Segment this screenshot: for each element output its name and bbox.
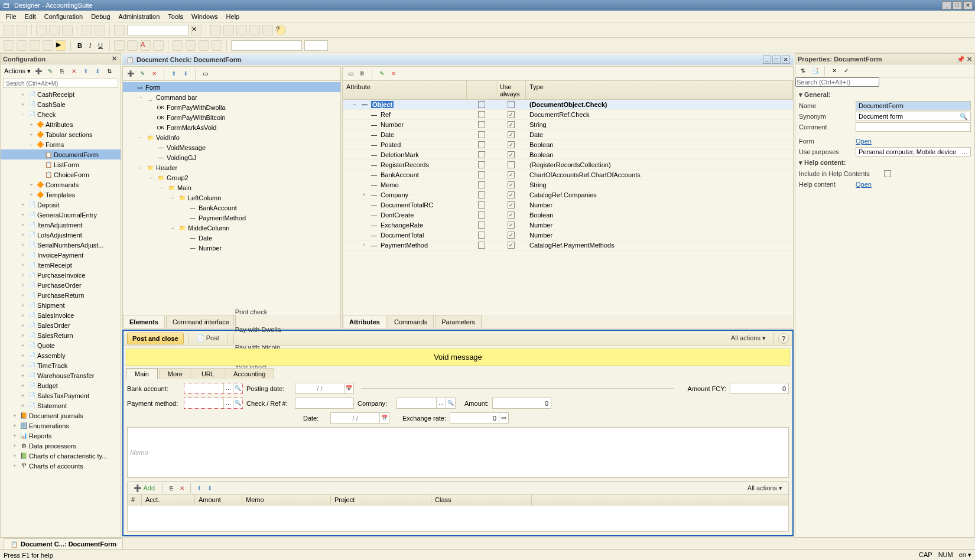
menu-help[interactable]: Help <box>226 13 240 20</box>
tb2-pen-icon[interactable] <box>153 40 164 51</box>
amountfcy-input[interactable]: 0 <box>730 383 789 394</box>
config-tree-item[interactable]: +ͲCharts of accounts <box>1 461 121 471</box>
attr-tab[interactable]: Parameters <box>435 315 482 328</box>
down-icon[interactable]: ⬇ <box>93 67 102 74</box>
tb2-b-icon[interactable] <box>17 40 27 51</box>
tb-d-icon[interactable] <box>249 25 260 35</box>
config-tree-item[interactable]: +🔶Templates <box>1 190 121 200</box>
tb-redo-icon[interactable] <box>95 25 105 35</box>
props-general-header[interactable]: General: <box>804 91 831 98</box>
config-tree-item[interactable]: 📋ListForm <box>1 159 121 170</box>
config-tree-item[interactable]: +📄Assembly <box>1 350 121 360</box>
tb-paste-icon[interactable] <box>62 25 73 35</box>
doc-close-button[interactable]: ✕ <box>782 56 790 64</box>
attributes-table[interactable]: −—Object(DocumentObject.Check) —Ref✓Docu… <box>343 100 793 315</box>
grid-header[interactable]: Acct. <box>142 495 195 506</box>
form-tree-item[interactable]: OKFormPayWithBitcoin <box>123 112 340 122</box>
config-tree-item[interactable]: +📄GeneralJournalEntry <box>1 210 121 220</box>
prop-sort-icon[interactable]: ⇅ <box>799 67 807 74</box>
form-tree-item[interactable]: −📁LeftColumn <box>123 193 340 203</box>
prop-chk-icon[interactable]: ✓ <box>842 67 850 74</box>
help-button[interactable]: ? <box>778 333 789 344</box>
prop-comment-input[interactable] <box>856 122 971 132</box>
attr-row[interactable]: —Date✓Date <box>343 130 793 140</box>
minimize-button[interactable]: _ <box>942 1 951 9</box>
config-tree-item[interactable]: +📄SalesInvoice <box>1 310 121 320</box>
config-tree-item[interactable]: +📄WarehouseTransfer <box>1 370 121 380</box>
tb-b-icon[interactable] <box>223 25 234 35</box>
config-tree-item[interactable]: +📄ItemAdjustment <box>1 220 121 230</box>
attr-row[interactable]: +—Company✓CatalogRef.Companies <box>343 190 793 200</box>
preview-tab[interactable]: URL <box>193 368 223 379</box>
menu-file[interactable]: File <box>6 13 17 20</box>
menu-windows[interactable]: Windows <box>191 13 218 20</box>
doc-minimize-button[interactable]: _ <box>763 56 771 64</box>
menu-edit[interactable]: Edit <box>25 13 36 20</box>
tb-find-icon[interactable] <box>114 25 125 35</box>
tb-c-icon[interactable] <box>236 25 247 35</box>
add-icon[interactable]: ➕ <box>34 67 43 74</box>
tb-help-icon[interactable]: ? <box>275 25 286 35</box>
grid-del-icon[interactable]: ✕ <box>178 484 186 491</box>
attr-row[interactable]: —ExchangeRate✓Number <box>343 220 793 230</box>
close-button[interactable]: ✕ <box>963 1 973 9</box>
italic-icon[interactable]: I <box>87 42 93 49</box>
form-tree-item[interactable]: —Number <box>123 243 340 253</box>
tb-e-icon[interactable] <box>262 25 273 35</box>
prop-include-checkbox[interactable] <box>884 170 891 177</box>
tb2-border-icon[interactable] <box>114 40 125 51</box>
tb2-ac-icon[interactable] <box>186 40 196 51</box>
config-tree-item[interactable]: +🔶Tabular sections <box>1 129 121 139</box>
config-tree-item[interactable]: +📄Deposit <box>1 200 121 210</box>
config-tree-item[interactable]: +📄SalesOrder <box>1 320 121 330</box>
tb-a-icon[interactable] <box>210 25 221 35</box>
tb-open-icon[interactable] <box>17 25 27 35</box>
bold-icon[interactable]: B <box>75 42 84 49</box>
preview-action[interactable]: Pay with Dwolla <box>232 324 285 335</box>
exrate-input[interactable]: 0▭ <box>450 412 509 424</box>
up-icon[interactable]: ⬆ <box>82 67 90 74</box>
attr-row[interactable]: —DocumentTotalRC✓Number <box>343 200 793 210</box>
memo-input[interactable]: Memo <box>127 427 789 478</box>
tb2-a-icon[interactable] <box>4 40 14 51</box>
attr-row[interactable]: —Memo✓String <box>343 180 793 190</box>
tb2-size[interactable] <box>304 40 328 51</box>
status-lang[interactable]: en ▾ <box>959 551 971 559</box>
prop-helpcontent-link[interactable]: Open <box>856 181 872 188</box>
form-tree-item[interactable]: −📁MiddleColumn <box>123 223 340 233</box>
form-tree-item[interactable]: −📁Main <box>123 183 340 193</box>
configuration-tree[interactable]: +📄CashReceipt+📄CashSale−📄Check+🔶Attribut… <box>1 88 121 537</box>
config-tree-item[interactable]: +📄PurchaseReturn <box>1 290 121 300</box>
config-tree-item[interactable]: −🔶Forms <box>1 139 121 149</box>
props-help-header[interactable]: Help content: <box>804 159 846 166</box>
attr-add-icon[interactable]: ✎ <box>378 70 386 77</box>
config-tree-item[interactable]: +📄SalesTaxPayment <box>1 390 121 401</box>
all-actions-dropdown[interactable]: All actions ▾ <box>727 333 769 344</box>
grid-up-icon[interactable]: ⬆ <box>195 484 203 491</box>
form-tab[interactable]: Elements <box>123 315 165 328</box>
config-tree-item[interactable]: −📄Check <box>1 109 121 119</box>
post-button[interactable]: 📄 Post <box>193 333 223 344</box>
config-tree-item[interactable]: 📋ChoiceForm <box>1 170 121 180</box>
config-tree-item[interactable]: +📄Statement <box>1 401 121 411</box>
restore-button[interactable]: □ <box>953 1 962 9</box>
config-tree-item[interactable]: +📄CashReceipt <box>1 89 121 99</box>
prop-del-icon[interactable]: ✕ <box>830 67 838 74</box>
attr-row[interactable]: —Number✓String <box>343 120 793 130</box>
tb2-aj-icon[interactable] <box>212 40 222 51</box>
attr-icon-a[interactable]: ▭ <box>346 70 355 77</box>
config-tree-item[interactable]: +📄Quote <box>1 340 121 350</box>
menu-debug[interactable]: Debug <box>91 13 110 20</box>
grid-all-actions[interactable]: All actions ▾ <box>744 483 786 494</box>
config-tree-item[interactable]: +📄InvoicePayment <box>1 250 121 260</box>
attr-row[interactable]: —DocumentTotal✓Number <box>343 230 793 240</box>
tb-copy-icon[interactable] <box>49 25 60 35</box>
form-elements-tree[interactable]: ▭Form−⎯Command bar OKFormPayWithDwolla O… <box>123 81 340 315</box>
tb-new-icon[interactable] <box>4 25 14 35</box>
tb2-ar-icon[interactable] <box>199 40 209 51</box>
copy-icon[interactable]: ⎘ <box>58 67 66 74</box>
grid-add-button[interactable]: ➕ Add <box>130 483 158 494</box>
tb2-run-icon[interactable]: ▶ <box>56 40 66 51</box>
grid-header[interactable]: Class <box>431 495 532 506</box>
config-tree-item[interactable]: +📗Charts of characteristic ty... <box>1 451 121 461</box>
